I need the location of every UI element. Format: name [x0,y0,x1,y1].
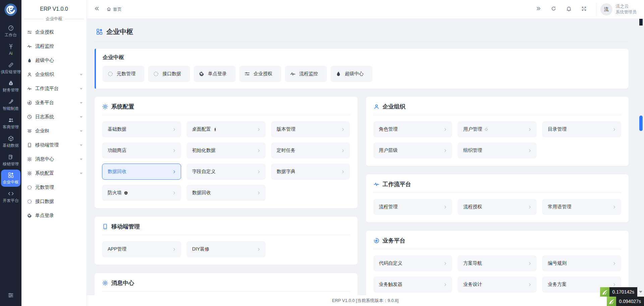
feature-tile[interactable]: 版本管理 [271,121,350,137]
feature-tile[interactable]: 数据回收 [102,164,181,180]
sidebar-menu-item[interactable]: 日志系统 [21,110,87,124]
feature-tile[interactable]: 功能商店 [102,142,181,159]
scrollbar-thumb[interactable] [639,116,643,131]
sidebar-menu-item[interactable]: 超级中心 [21,53,87,68]
refresh-icon[interactable] [551,6,556,13]
quick-link-label: 元数管理 [117,71,136,77]
collapse-sidebar-icon[interactable] [94,6,100,13]
rail-item[interactable]: 智能制造 [1,96,20,113]
rail-item[interactable]: 基础数据 [1,133,20,150]
tile-grid: APP管理DIY装修 [102,241,350,257]
rail-item[interactable]: 核销管理 [1,151,20,169]
thinkphp-leaf-icon[interactable] [600,287,609,297]
chevron-right-icon [443,282,447,287]
sliders-icon [244,71,250,77]
feature-tile[interactable]: 定时任务 [271,142,350,159]
breadcrumb-label: 首页 [113,6,122,12]
sidebar-menu-item[interactable]: 工作流平台 [21,82,87,96]
rail-item[interactable]: 工作台 [1,23,20,40]
dotted-circle-icon [27,199,32,204]
quick-link-button[interactable]: 元数管理 [103,66,144,82]
rail-item[interactable]: 财务管理 [1,78,20,95]
fullscreen-icon[interactable] [581,6,587,13]
section-card-header: 移动端管理 [102,223,350,235]
feature-tile[interactable]: 业务触发器 [373,276,452,293]
sidebar-menu-item[interactable]: 元数管理 [21,180,87,194]
feature-tile[interactable]: 角色管理 [373,121,452,137]
card-columns: 系统配置基础数据桌面配置版本管理功能商店初始化数据定时任务数据回收字段自定义数据… [95,97,629,295]
breadcrumb-home-tab[interactable]: 首页 [106,6,122,12]
sidebar-menu-item[interactable]: 流程监控 [21,39,87,53]
feature-tile[interactable]: 编号规则 [542,255,621,271]
feature-tile[interactable]: 组织管理 [458,142,537,159]
app-logo[interactable] [4,3,17,18]
expand-tabs-icon[interactable] [536,6,541,13]
user-avatar[interactable]: 流 [600,3,612,15]
page-content: 企业中枢 企业中枢 元数管理接口数据单点登录企业授权流程监控超级中心 系统配置基… [87,18,644,295]
feature-tile[interactable]: 用户层级 [373,142,452,159]
quick-link-button[interactable]: 超级中心 [331,66,372,82]
phone-icon [27,142,32,148]
notification-bell-icon[interactable] [566,6,572,13]
divider [596,3,596,15]
caret-down-icon [80,173,83,174]
feature-tile-label: 数据回收 [108,169,126,175]
section-card-title: 企业组织 [383,103,406,111]
feature-tile[interactable]: 常用语管理 [542,199,621,215]
sidebar-menu-item[interactable]: 企业授权 [21,25,87,39]
rail-item[interactable]: 企业中枢 [1,170,20,187]
feature-tile[interactable]: 代码自定义 [373,255,452,271]
quick-link-label: 接口数据 [162,71,181,77]
section-card: 系统配置基础数据桌面配置版本管理功能商店初始化数据定时任务数据回收字段自定义数据… [95,97,358,208]
sidebar-menu-item[interactable]: 企业组织 [21,68,87,82]
feature-tile[interactable]: 目录管理 [542,121,621,137]
sidebar-menu-item[interactable]: 消息中心 [21,152,87,166]
quick-link-button[interactable]: 流程监控 [285,66,327,82]
feature-tile[interactable]: 桌面配置 [186,121,266,137]
page-scrollbar[interactable] [639,19,643,306]
sidebar-menu-item[interactable]: 移动端管理 [21,138,87,152]
quick-link-button[interactable]: 单点登录 [194,66,235,82]
chevron-right-icon [257,170,261,174]
rail-item-label: 供应链管理 [1,70,21,75]
feature-tile[interactable]: 流程授权 [458,199,537,215]
feature-tile-label: 防火墙 [108,190,122,196]
feature-tile-label: 流程管理 [379,204,398,210]
sidebar-menu-item[interactable]: 企业BI [21,124,87,138]
rail-bottom-settings-button[interactable] [7,292,14,300]
sidebar-menu-item-label: 单点登录 [35,213,54,219]
feature-tile[interactable]: APP管理 [102,241,181,257]
feature-tile[interactable]: 初始化数据 [186,142,266,159]
feature-tile-label: 常用语管理 [548,204,571,210]
sidebar-menu-item[interactable]: 系统配置 [21,166,87,180]
sidebar-menu-item[interactable]: 单点登录 [21,209,87,223]
caret-down-icon[interactable] [639,291,642,293]
rail-item[interactable]: 客商管理 [1,115,20,132]
feature-tile-label: 定时任务 [277,147,296,154]
feature-tile[interactable]: 方案导航 [458,255,537,271]
sidebar-menu-item[interactable]: 接口数据 [21,194,87,209]
feature-tile[interactable]: 防火墙 [102,185,181,201]
feature-tile[interactable]: 数据字典 [271,164,350,180]
thinkphp-leaf-icon[interactable] [607,297,616,306]
chevron-right-icon [443,127,447,132]
sidebar-menu-item[interactable]: 业务平台 [21,96,87,110]
rail-item[interactable]: 开发平台 [1,188,20,205]
section-card-title: 消息中心 [111,279,134,287]
user-menu[interactable]: 流 流之云 系统管理员 [596,3,637,15]
feature-tile[interactable]: 用户管理 [458,121,537,137]
gear-icon [102,103,108,110]
feature-tile[interactable]: DIY装修 [186,241,266,257]
feature-tile[interactable]: 业务设计 [458,276,537,293]
rail-item[interactable]: Ai [1,41,20,58]
section-card-header: 消息中心 [102,279,350,292]
chevron-right-icon [612,261,616,266]
rail-item[interactable]: 供应链管理 [1,59,20,77]
feature-tile[interactable]: 数据回收 [186,185,266,201]
feature-tile[interactable]: 基础数据 [102,121,181,137]
feature-tile[interactable]: 字段自定义 [186,164,266,180]
quick-link-button[interactable]: 企业授权 [239,66,281,82]
quick-link-button[interactable]: 接口数据 [148,66,190,82]
feature-tile[interactable]: 流程管理 [373,199,452,215]
user-meta[interactable]: 流之云 系统管理员 [616,4,637,15]
